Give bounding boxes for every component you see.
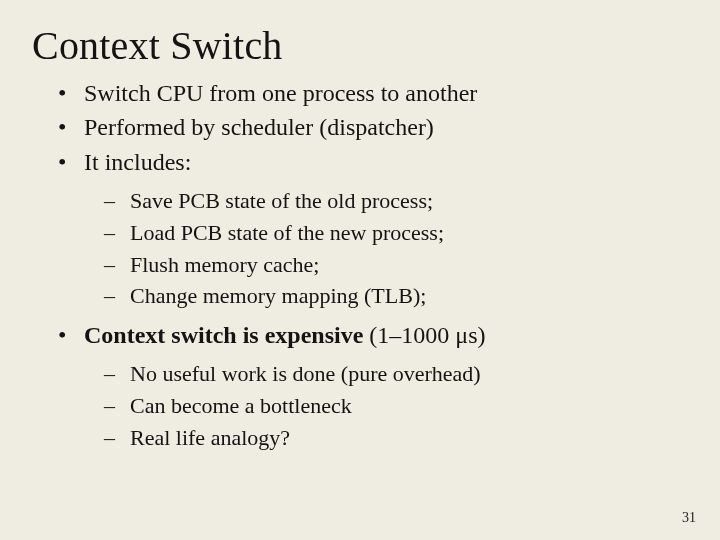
sub-bullet-item: No useful work is done (pure overhead)	[104, 359, 690, 389]
bullet-item: Switch CPU from one process to another	[58, 77, 690, 109]
bullet-strong-text: Context switch is expensive	[84, 322, 363, 348]
bullet-item: Context switch is expensive (1–1000 μs) …	[58, 319, 690, 452]
bullet-tail-text: (1–1000 μs)	[363, 322, 485, 348]
sub-bullet-list: Save PCB state of the old process; Load …	[104, 186, 690, 311]
bullet-item: Performed by scheduler (dispatcher)	[58, 111, 690, 143]
bullet-item: It includes: Save PCB state of the old p…	[58, 146, 690, 311]
page-number: 31	[682, 510, 696, 526]
sub-bullet-item: Real life analogy?	[104, 423, 690, 453]
bullet-list: Switch CPU from one process to another P…	[58, 77, 690, 452]
bullet-text: It includes:	[84, 149, 191, 175]
sub-bullet-item: Save PCB state of the old process;	[104, 186, 690, 216]
sub-bullet-item: Flush memory cache;	[104, 250, 690, 280]
sub-bullet-item: Change memory mapping (TLB);	[104, 281, 690, 311]
sub-bullet-list: No useful work is done (pure overhead) C…	[104, 359, 690, 452]
slide: Context Switch Switch CPU from one proce…	[0, 0, 720, 540]
slide-title: Context Switch	[32, 22, 690, 69]
sub-bullet-item: Can become a bottleneck	[104, 391, 690, 421]
sub-bullet-item: Load PCB state of the new process;	[104, 218, 690, 248]
